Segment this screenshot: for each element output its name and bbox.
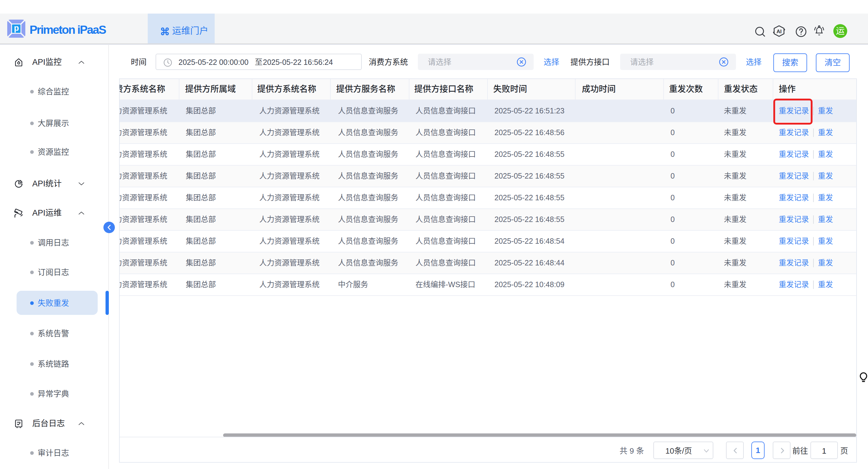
svg-text:p: p <box>14 24 19 33</box>
svg-text:AI: AI <box>776 28 781 34</box>
